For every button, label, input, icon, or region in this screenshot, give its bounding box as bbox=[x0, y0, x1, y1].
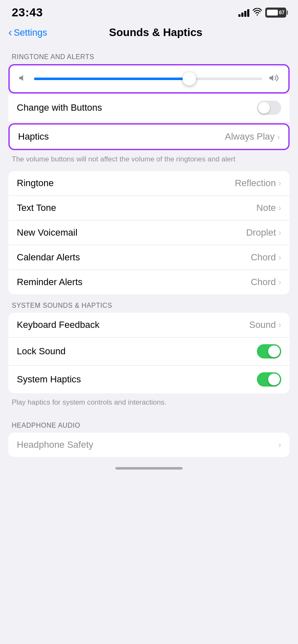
calendar-alerts-value: Chord › bbox=[251, 252, 281, 263]
volume-slider-thumb[interactable] bbox=[183, 72, 196, 86]
reminder-alerts-label: Reminder Alerts bbox=[17, 277, 83, 288]
system-haptics-row: System Haptics bbox=[8, 366, 290, 393]
system-haptics-label: System Haptics bbox=[17, 374, 81, 385]
keyboard-feedback-chevron-icon: › bbox=[278, 320, 281, 330]
lock-sound-label: Lock Sound bbox=[17, 346, 65, 357]
volume-slider-track[interactable] bbox=[34, 78, 262, 80]
ringtone-value: Reflection › bbox=[235, 178, 281, 189]
wifi-icon bbox=[253, 8, 262, 18]
new-voicemail-label: New Voicemail bbox=[17, 227, 77, 238]
reminder-alerts-value: Chord › bbox=[251, 277, 281, 288]
page-title: Sounds & Haptics bbox=[47, 26, 264, 39]
lock-sound-toggle[interactable] bbox=[257, 344, 281, 358]
headphone-audio-section-label: HEADPHONE AUDIO bbox=[0, 414, 298, 433]
headphone-safety-chevron-icon: › bbox=[278, 440, 281, 449]
reminder-alerts-row[interactable]: Reminder Alerts Chord › bbox=[8, 270, 290, 294]
calendar-alerts-chevron-icon: › bbox=[278, 252, 281, 262]
calendar-alerts-label: Calendar Alerts bbox=[17, 252, 80, 263]
back-chevron-icon: ‹ bbox=[8, 27, 12, 38]
headphone-safety-label: Headphone Safety bbox=[17, 439, 93, 450]
text-tone-label: Text Tone bbox=[17, 203, 56, 213]
system-haptics-toggle[interactable] bbox=[257, 372, 281, 387]
back-button[interactable]: ‹ Settings bbox=[8, 27, 47, 38]
sounds-card: Ringtone Reflection › Text Tone Note › N… bbox=[8, 171, 290, 294]
system-sounds-section-label: SYSTEM SOUNDS & HAPTICS bbox=[0, 294, 298, 313]
headphone-card: Headphone Safety › bbox=[8, 433, 290, 457]
status-icons: 67 bbox=[238, 8, 286, 18]
haptics-label: Haptics bbox=[18, 131, 49, 142]
ringtone-chevron-icon: › bbox=[278, 178, 281, 188]
volume-high-icon bbox=[268, 73, 280, 85]
nav-header: ‹ Settings Sounds & Haptics bbox=[0, 23, 298, 46]
ringtone-alerts-section-label: RINGTONE AND ALERTS bbox=[0, 46, 298, 64]
volume-slider-fill bbox=[34, 78, 189, 80]
change-with-buttons-label: Change with Buttons bbox=[17, 102, 102, 113]
text-tone-chevron-icon: › bbox=[278, 203, 281, 213]
volume-slider-row bbox=[18, 73, 280, 85]
back-label: Settings bbox=[14, 27, 47, 38]
calendar-alerts-row[interactable]: Calendar Alerts Chord › bbox=[8, 245, 290, 270]
ringtone-hint: The volume buttons will not affect the v… bbox=[0, 150, 298, 171]
signal-icon bbox=[238, 8, 249, 17]
svg-point-0 bbox=[257, 14, 258, 16]
volume-low-icon bbox=[18, 73, 28, 85]
home-indicator bbox=[115, 467, 183, 470]
new-voicemail-value: Droplet › bbox=[246, 227, 281, 238]
toggle-thumb bbox=[258, 102, 270, 114]
change-with-buttons-row: Change with Buttons bbox=[8, 93, 290, 122]
system-haptics-hint: Play haptics for system controls and int… bbox=[0, 393, 298, 414]
system-sounds-card: Keyboard Feedback Sound › Lock Sound Sys… bbox=[8, 313, 290, 393]
haptics-value: Always Play › bbox=[225, 131, 280, 142]
headphone-safety-row[interactable]: Headphone Safety › bbox=[8, 433, 290, 457]
ringtone-label: Ringtone bbox=[17, 178, 54, 189]
volume-slider-card bbox=[8, 64, 290, 93]
reminder-alerts-chevron-icon: › bbox=[278, 277, 281, 287]
ringtone-row[interactable]: Ringtone Reflection › bbox=[8, 171, 290, 196]
status-time: 23:43 bbox=[12, 6, 43, 19]
haptics-chevron-icon: › bbox=[277, 132, 280, 142]
text-tone-value: Note › bbox=[256, 203, 281, 213]
haptics-row[interactable]: Haptics Always Play › bbox=[8, 123, 290, 150]
home-indicator-area bbox=[0, 467, 298, 470]
lock-sound-toggle-thumb bbox=[268, 345, 280, 357]
text-tone-row[interactable]: Text Tone Note › bbox=[8, 196, 290, 221]
system-haptics-toggle-thumb bbox=[268, 374, 280, 385]
keyboard-feedback-value: Sound › bbox=[249, 319, 281, 330]
battery-icon: 67 bbox=[265, 8, 286, 18]
keyboard-feedback-label: Keyboard Feedback bbox=[17, 319, 99, 330]
new-voicemail-chevron-icon: › bbox=[278, 228, 281, 237]
change-with-buttons-toggle[interactable] bbox=[257, 101, 281, 115]
lock-sound-row: Lock Sound bbox=[8, 338, 290, 366]
keyboard-feedback-row[interactable]: Keyboard Feedback Sound › bbox=[8, 313, 290, 338]
new-voicemail-row[interactable]: New Voicemail Droplet › bbox=[8, 221, 290, 245]
status-bar: 23:43 67 bbox=[0, 0, 298, 23]
